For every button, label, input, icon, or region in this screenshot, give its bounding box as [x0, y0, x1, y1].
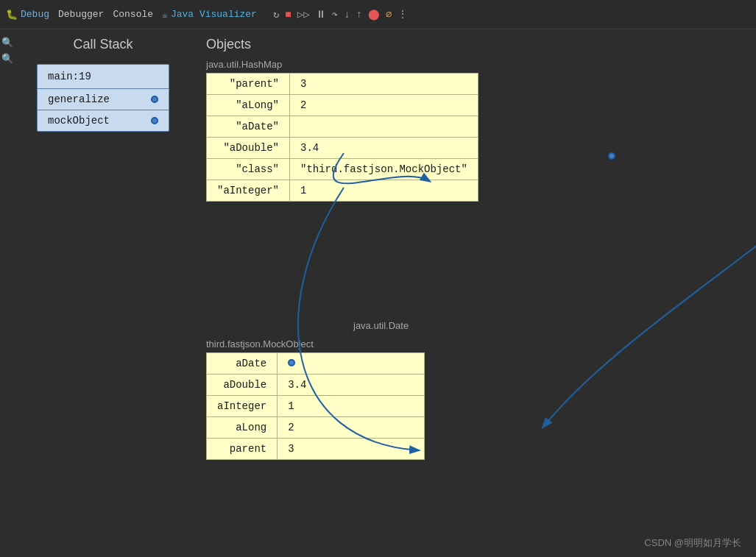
more-icon[interactable]: ⋮ — [398, 8, 408, 21]
table-row: "class" "third.fastjson.MockObject" — [207, 159, 478, 180]
mockobject-container: third.fastjson.MockObject aDate aDouble … — [206, 338, 425, 460]
cell-val: 3.4 — [290, 138, 478, 159]
table-row: aDouble 3.4 — [207, 375, 425, 396]
cell-key: "aLong" — [207, 95, 290, 116]
arrow-adate-connections — [543, 211, 756, 427]
mockobject-table: aDate aDouble 3.4 aInteger 1 aLong 2 par… — [206, 352, 425, 460]
objects-title: Objects — [206, 37, 741, 52]
pause-icon[interactable]: ⏸ — [316, 9, 326, 21]
call-stack-frames: main:19 generalize mockObject — [37, 64, 169, 132]
step-over-icon[interactable]: ↷ — [332, 8, 338, 21]
cell-key: aDate — [207, 353, 278, 375]
step-into-icon[interactable]: ↓ — [344, 9, 350, 21]
generalize-dot — [151, 96, 158, 103]
cell-val: 3 — [278, 439, 425, 460]
cell-val: 3.4 — [278, 375, 425, 396]
cell-key: "aInteger" — [207, 180, 290, 202]
table-row: "parent" 3 — [207, 74, 478, 95]
refresh-icon[interactable]: ↻ — [273, 8, 279, 21]
mute-icon[interactable]: ∅ — [386, 8, 392, 21]
cell-val: 1 — [290, 180, 478, 202]
cell-key: parent — [207, 439, 278, 460]
watermark: CSDN @明明如月学长 — [644, 536, 741, 550]
step-out-icon[interactable]: ↑ — [356, 9, 361, 21]
mockobject-type-label: third.fastjson.MockObject — [206, 338, 425, 350]
sidebar-icons: 🔍 🔍 — [0, 29, 15, 557]
hashmap-type-label: java.util.HashMap — [206, 59, 478, 70]
table-row: "aLong" 2 — [207, 95, 478, 116]
hashmap-container: java.util.HashMap "parent" 3 "aLong" 2 "… — [206, 59, 478, 202]
console-tab[interactable]: Console — [113, 9, 153, 20]
cell-key: "aDouble" — [207, 138, 290, 159]
table-row: "aDouble" 3.4 — [207, 138, 478, 159]
cell-val: 3 — [290, 74, 478, 95]
cell-key: aLong — [207, 417, 278, 439]
cell-key: "parent" — [207, 74, 290, 95]
frame-generalize[interactable]: generalize — [38, 89, 169, 110]
mockobject-dot — [151, 117, 158, 124]
hashmap-table: "parent" 3 "aLong" 2 "aDate" "aDouble" 3… — [206, 73, 478, 202]
debug-tab[interactable]: 🐛 Debug — [6, 9, 49, 21]
java-visualizer-tab[interactable]: ☕ Java Visualizer — [162, 9, 257, 21]
objects-panel: Objects java.util.HashMap "parent" 3 "aL… — [191, 29, 756, 557]
cell-key: aInteger — [207, 396, 278, 417]
cell-val-adate — [290, 116, 478, 138]
cell-val: 2 — [278, 417, 425, 439]
java-date-label: java.util.Date — [353, 320, 409, 331]
frame-main[interactable]: main:19 — [38, 65, 169, 89]
main-area: 🔍 🔍 Call Stack main:19 generalize mockOb… — [0, 29, 756, 557]
cell-key: "class" — [207, 159, 290, 180]
debugger-tab[interactable]: Debugger — [58, 9, 104, 20]
adate-dot — [288, 359, 295, 366]
table-row: "aDate" — [207, 116, 478, 138]
table-row: aDate — [207, 353, 425, 375]
call-stack-title: Call Stack — [73, 37, 133, 52]
table-row: aLong 2 — [207, 417, 425, 439]
resume-icon[interactable]: ▷▷ — [297, 8, 310, 21]
cell-val: "third.fastjson.MockObject" — [290, 159, 478, 180]
cell-val: 2 — [290, 95, 478, 116]
toolbar: 🐛 Debug Debugger Console ☕ Java Visualiz… — [0, 0, 756, 29]
table-row: aInteger 1 — [207, 396, 425, 417]
cell-val-adate-mock — [278, 353, 425, 375]
table-row: "aInteger" 1 — [207, 180, 478, 202]
zoom-in-icon[interactable]: 🔍 — [1, 37, 13, 49]
frame-mockobject-label: mockObject — [48, 115, 110, 127]
cell-key: aDouble — [207, 375, 278, 396]
zoom-out-icon[interactable]: 🔍 — [1, 53, 13, 65]
call-stack-panel: Call Stack main:19 generalize mockObject — [15, 29, 191, 557]
cell-key: "aDate" — [207, 116, 290, 138]
breakpoint-icon[interactable]: ⬤ — [368, 8, 380, 21]
cell-val: 1 — [278, 396, 425, 417]
frame-generalize-label: generalize — [48, 93, 110, 105]
frame-mockobject[interactable]: mockObject — [38, 110, 169, 131]
stop-icon[interactable]: ■ — [285, 9, 291, 21]
table-row: parent 3 — [207, 439, 425, 460]
